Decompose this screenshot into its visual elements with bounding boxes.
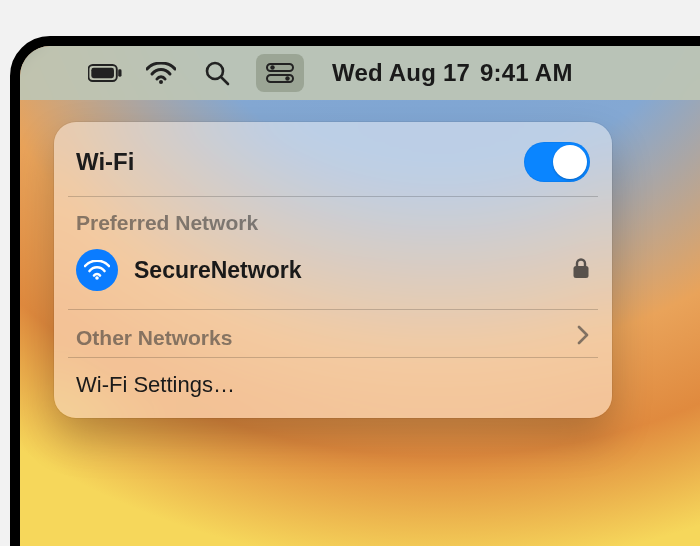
menubar-date: Wed Aug 17 [332,59,470,86]
wifi-menu-icon[interactable] [144,56,178,90]
spotlight-search-icon[interactable] [200,56,234,90]
svg-point-10 [95,276,99,280]
wifi-header-row: Wi-Fi [54,128,612,196]
other-networks-row[interactable]: Other Networks [54,310,612,357]
device-frame: Wed Aug 179:41 AM Wi-Fi Preferred Networ… [10,36,700,546]
svg-point-7 [270,65,274,69]
control-center-icon[interactable] [256,54,304,92]
chevron-right-icon [576,324,590,351]
menubar-time: 9:41 AM [480,59,573,86]
wifi-toggle[interactable] [524,142,590,182]
svg-line-5 [221,77,228,84]
preferred-network-label: Preferred Network [54,197,612,241]
wifi-settings-row[interactable]: Wi-Fi Settings… [54,358,612,418]
svg-point-3 [159,80,163,84]
menu-bar: Wed Aug 179:41 AM [20,46,700,100]
wifi-toggle-knob [553,145,587,179]
wifi-popover: Wi-Fi Preferred Network SecureNetwork [54,122,612,418]
svg-rect-1 [91,68,114,78]
svg-rect-2 [118,69,121,77]
network-name: SecureNetwork [134,257,556,284]
lock-icon [572,257,590,283]
svg-rect-11 [574,266,589,278]
wifi-settings-label: Wi-Fi Settings… [76,372,235,397]
wifi-signal-icon [76,249,118,291]
menubar-clock[interactable]: Wed Aug 179:41 AM [332,59,573,87]
svg-point-9 [285,76,289,80]
battery-icon[interactable] [88,56,122,90]
other-networks-label: Other Networks [76,326,232,350]
screen: Wed Aug 179:41 AM Wi-Fi Preferred Networ… [20,46,700,546]
preferred-network-row[interactable]: SecureNetwork [54,241,612,309]
wifi-title: Wi-Fi [76,148,524,176]
